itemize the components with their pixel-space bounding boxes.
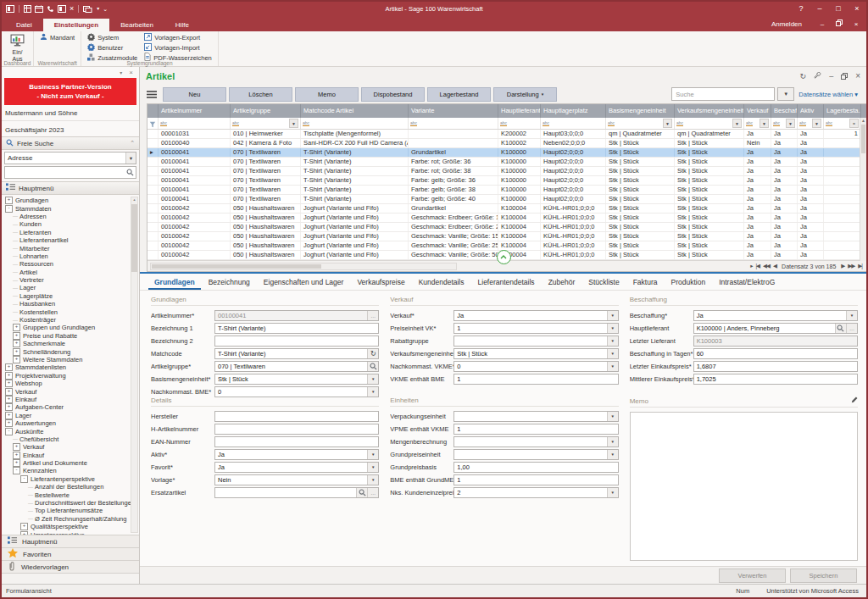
grid-cell[interactable]: Stk | Stück [675,223,744,231]
ellipsis-button[interactable]: … [367,311,378,320]
tab-lieferantendetails[interactable]: Lieferantendetails [472,275,541,290]
grid-cell[interactable]: 00100042 [159,223,231,231]
grid-cell[interactable]: Ja [744,130,771,138]
row-selector-cell[interactable] [147,139,159,147]
grid-cell[interactable]: Ja [744,232,771,241]
grid-cell[interactable]: Joghurt (Variante und Fifo) [301,223,409,231]
grid-filter-cell[interactable]: abc▼ [231,118,301,129]
expand-icon[interactable]: + [5,197,13,204]
field-input-basismengeneinheit[interactable]: Stk | Stück▼ [214,374,379,385]
grid-cell[interactable]: Ja [771,204,798,213]
grid-cell[interactable]: K100000 [498,158,541,166]
grid-cell[interactable]: Ja [771,158,798,166]
tree-item-kostenstellen[interactable]: —Kostenstellen [2,308,139,315]
row-selector-cell[interactable] [147,241,159,250]
tree-item-hausbanken[interactable]: —Hausbanken [2,300,139,308]
field-input-verkauf[interactable]: Ja▼ [453,310,618,321]
tree-item-kennzahlen[interactable]: -Kennzahlen [2,467,139,474]
record-nav-icon[interactable]: ◀ [771,263,778,269]
grid-cell[interactable]: 00100042 [159,232,231,241]
expand-icon[interactable]: + [13,348,20,356]
field-input-artikelgruppe[interactable]: 070 | Textilwaren [214,361,379,372]
tree-item-artikel[interactable]: —Artikel [2,269,139,276]
filter-type-icon[interactable]: abc [799,120,806,126]
tree-item-lieferanten[interactable]: —Lieferanten [2,229,139,236]
equals-icon[interactable]: = [849,119,859,128]
dropdown-icon[interactable]: ▼ [663,119,672,128]
ellipsis-button[interactable]: … [367,488,378,497]
grid-filter-cell[interactable]: abc▼ [744,118,771,129]
sidebar-nav-hauptmenü[interactable]: Hauptmenü [2,535,139,548]
record-nav-icon[interactable]: ▶| [856,263,864,269]
field-input-bme-enthält-grundme[interactable]: 1 [453,474,618,485]
grid-cell[interactable]: Geschmack: Vanille; Größe: 500 [409,251,498,259]
grid-cell[interactable]: Ja [798,158,824,166]
grid-filter-cell[interactable]: abc▼ [606,118,675,129]
row-selector-cell[interactable] [147,176,159,185]
grid-cell[interactable]: qm | Quadratmeter [675,130,744,138]
collapse-icon[interactable]: - [5,428,13,435]
grid-column-header-matchcode-artikel[interactable]: Matchcode Artikel [301,104,409,118]
expand-icon[interactable]: + [13,452,20,459]
grid-cell[interactable]: T-Shirt (Variante) [301,158,409,166]
grid-cell[interactable]: Geschmack: Erdbeer; Größe: 250 [409,223,498,231]
grid-cell[interactable]: 00100042 [159,214,231,222]
field-input-preiseinheit-vk[interactable]: 1▼ [453,323,618,334]
maximize-icon[interactable]: □ [829,2,848,16]
refresh-icon[interactable]: ↻ [367,349,378,358]
tree-item-kostenträger[interactable]: —Kostenträger [2,316,139,324]
grid-cell[interactable]: KÜHL-HR01;0;0;0 [541,241,606,250]
sidebar-nav-wiedervorlagen[interactable]: Wiedervorlagen [2,561,139,574]
grid-cell[interactable]: Stk | Stück [675,186,744,194]
grid-cell[interactable]: K100000 [498,176,541,185]
grid-column-header-artikelnummer[interactable]: Artikelnummer [159,104,231,118]
grid-cell[interactable]: Ja [744,195,771,203]
grid-row[interactable]: 00100041070 | TextilwarenT-Shirt (Varian… [147,195,866,204]
filter-type-icon[interactable]: abc [232,120,239,126]
grid-cell[interactable]: 050 | Haushaltswaren [231,204,301,213]
tab-produktion[interactable]: Produktion [665,275,712,290]
grid-filter-cell[interactable]: abc▼ [675,118,744,129]
grid-cell[interactable]: Grundartikel [409,204,498,213]
expand-icon[interactable]: + [5,419,13,427]
close-icon[interactable]: × [855,71,860,80]
tree-item-lagerplätze[interactable]: —Lagerplätze [2,292,139,300]
switch-window-icon[interactable] [83,6,93,13]
dropdown-icon[interactable]: ▼ [607,362,618,371]
scrollbar-thumb[interactable] [131,204,137,272]
filter-type-icon[interactable]: abc [608,120,615,126]
tree-item-auswertungen[interactable]: +Auswertungen [2,419,139,427]
grid-cell[interactable]: K100004 [498,204,541,213]
tree-item-verkauf[interactable]: +Verkauf [2,387,139,395]
record-nav-icon[interactable]: |◀ [754,263,761,269]
qat-dropdown-icon[interactable]: ▾ [97,5,99,13]
ribbon-mandant-button[interactable]: Mandant [40,33,75,42]
grid-cell[interactable]: K100004 [498,214,541,222]
field-input-mengenberechnung[interactable]: ▼ [453,436,618,447]
toolbar-memo-button[interactable]: Memo [295,87,359,102]
grid-cell[interactable]: 00100041 [159,158,231,166]
verwerfen-button[interactable]: Verwerfen [719,568,786,583]
filter-funnel-cell[interactable] [147,118,159,129]
grid-cell[interactable]: K100000 [498,186,541,194]
grid-cell[interactable]: Ja [744,186,771,194]
grid-cell[interactable]: 00100040 [159,139,231,147]
grid-cell[interactable]: 010 | Heimwerker [231,130,301,138]
window-icon[interactable] [58,5,66,13]
grid-column-header-basismengeneinheit[interactable]: Basismengeneinheit [606,104,675,118]
collapse-icon[interactable]: - [13,467,20,474]
dropdown-icon[interactable]: ▼ [607,437,618,446]
grid-cell[interactable]: Ja [798,148,824,157]
grid-cell[interactable]: Stk | Stück [606,232,675,241]
grid-cell[interactable]: Ja [771,167,798,175]
grid-cell[interactable]: 00100041 [159,176,231,185]
dropdown-icon[interactable]: ▼ [846,311,857,320]
grid-cell[interactable]: 070 | Textilwaren [231,195,301,203]
sidebar-nav-favoriten[interactable]: Favoriten [2,548,139,561]
tab-eigenschaften-und-lager[interactable]: Eigenschaften und Lager [258,275,350,290]
menu-tab-einstellungen[interactable]: Einstellungen [43,19,109,31]
tree-item-qualitätsperspektive[interactable]: +Qualitätsperspektive [2,523,139,530]
grid-cell[interactable]: Haupt02;0;0;0 [541,186,606,194]
expand-icon[interactable]: + [5,372,13,380]
field-input-beschaffung[interactable]: Ja▼ [693,310,858,321]
